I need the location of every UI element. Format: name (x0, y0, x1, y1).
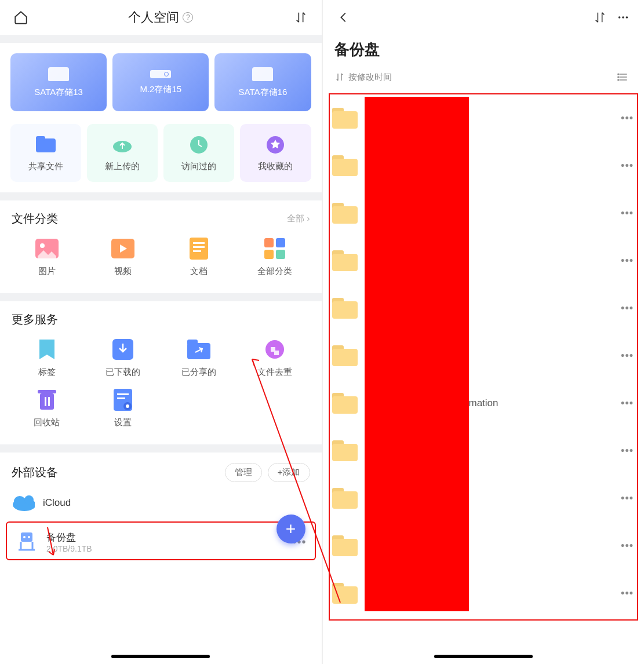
svg-rect-14 (264, 250, 274, 259)
external-devices-head: 外部设备 管理 +添加 (0, 463, 322, 482)
quick-label: 访问过的 (181, 161, 216, 172)
svg-point-31 (24, 495, 34, 505)
home-icon[interactable] (12, 8, 30, 27)
category-label: 全部分类 (257, 266, 292, 277)
page-title: 个人空间 (128, 9, 179, 26)
svg-rect-25 (117, 393, 129, 395)
storage-card-m2-15[interactable]: M.2存储15 (112, 53, 209, 111)
settings-doc-icon (110, 388, 136, 411)
more-dots-icon[interactable]: ••• (621, 492, 634, 505)
storage-row: SATA存储13 M.2存储15 SATA存储16 (0, 43, 322, 118)
svg-rect-9 (193, 242, 205, 244)
see-all-link[interactable]: 全部 › (287, 213, 310, 224)
quick-recent-upload[interactable]: 新上传的 (87, 124, 158, 182)
service-label: 回收站 (34, 417, 60, 428)
svg-point-28 (126, 404, 129, 408)
folder-icon (332, 583, 358, 604)
cloud-upload-icon (111, 134, 134, 155)
more-dots-icon[interactable]: ••• (621, 397, 634, 410)
quick-shared-files[interactable]: 共享文件 (10, 124, 81, 182)
quick-favorites[interactable]: 我收藏的 (240, 124, 311, 182)
star-icon (264, 134, 287, 155)
service-label: 已分享的 (181, 367, 216, 378)
service-tags[interactable]: 标签 (12, 338, 82, 378)
svg-point-37 (622, 16, 624, 19)
storage-label: SATA存储13 (34, 87, 83, 98)
quick-row: 共享文件 新上传的 访问过的 我收藏的 (0, 118, 322, 192)
divider (0, 35, 322, 43)
service-label: 设置 (114, 417, 132, 428)
sort-small-icon (334, 72, 345, 82)
storage-card-sata13[interactable]: SATA存储13 (10, 53, 107, 111)
more-dots-icon[interactable]: ••• (621, 207, 634, 220)
svg-rect-26 (117, 397, 125, 399)
share-folder-icon (186, 338, 212, 361)
divider (0, 293, 322, 301)
dedup-icon (262, 338, 288, 361)
service-recycle-bin[interactable]: 回收站 (12, 388, 82, 428)
svg-point-30 (14, 496, 26, 506)
category-label: 图片 (38, 266, 56, 277)
svg-point-44 (618, 79, 619, 81)
service-dedup[interactable]: 文件去重 (239, 338, 310, 378)
manage-button[interactable]: 管理 (225, 463, 262, 482)
home-indicator (111, 655, 210, 658)
external-icloud[interactable]: iCloud (0, 488, 322, 518)
more-icon[interactable] (614, 8, 632, 27)
quick-recently-visited[interactable]: 访问过的 (163, 124, 234, 182)
nas-device-icon (15, 533, 38, 552)
folder-icon (332, 440, 358, 461)
category-all[interactable]: 全部分类 (239, 237, 310, 277)
svg-rect-20 (40, 393, 54, 410)
redaction-block (365, 97, 469, 611)
trash-icon (34, 388, 60, 411)
help-icon[interactable]: ? (183, 12, 193, 23)
more-dots-icon[interactable]: ••• (621, 302, 634, 315)
category-documents[interactable]: 文档 (163, 237, 234, 277)
video-icon (110, 237, 136, 260)
more-dots-icon[interactable]: ••• (621, 350, 634, 362)
external-backup-disk[interactable]: 备份盘 2.0TB/9.1TB ••• (10, 528, 311, 556)
sort-by-modified[interactable]: 按修改时间 (334, 72, 392, 83)
sort-icon[interactable] (591, 8, 609, 27)
list-view-icon[interactable] (614, 68, 632, 86)
ssd-icon (150, 70, 171, 78)
svg-rect-15 (276, 250, 285, 259)
service-label: 已下载的 (105, 367, 140, 378)
external-label: iCloud (43, 497, 71, 509)
folder-icon (332, 393, 358, 414)
grid-icon (262, 237, 288, 260)
more-dots-icon[interactable]: ••• (621, 445, 634, 457)
quick-label: 共享文件 (28, 161, 63, 172)
back-icon[interactable] (334, 8, 353, 27)
more-dots-icon[interactable]: ••• (621, 588, 634, 600)
download-icon (110, 338, 136, 361)
clock-icon (187, 134, 210, 155)
svg-rect-12 (264, 238, 274, 247)
add-button[interactable]: +添加 (268, 463, 310, 482)
svg-rect-23 (48, 397, 50, 406)
folder-icon (332, 298, 358, 319)
more-dots-icon[interactable]: ••• (621, 255, 634, 267)
section-title: 更多服务 (12, 312, 58, 327)
category-images[interactable]: 图片 (12, 237, 82, 277)
category-label: 文档 (190, 266, 208, 277)
more-dots-icon[interactable]: ••• (621, 160, 634, 172)
sort-icon[interactable] (292, 8, 310, 27)
external-label: 备份盘 (46, 531, 284, 544)
svg-point-34 (28, 536, 30, 538)
more-dots-icon[interactable]: ••• (621, 540, 634, 552)
fab-add-button[interactable]: + (276, 515, 305, 543)
service-downloaded[interactable]: 已下载的 (88, 338, 158, 378)
cloud-icon (12, 494, 35, 512)
svg-rect-32 (21, 532, 32, 542)
service-label: 标签 (38, 367, 56, 378)
storage-card-sata16[interactable]: SATA存储16 (214, 53, 311, 111)
category-videos[interactable]: 视频 (88, 237, 158, 277)
service-shared[interactable]: 已分享的 (163, 338, 234, 378)
svg-rect-8 (190, 238, 208, 260)
more-dots-icon[interactable]: ••• (621, 112, 634, 125)
sort-bar: 按修改时间 (323, 68, 645, 91)
hdd-icon (48, 67, 69, 81)
service-settings[interactable]: 设置 (88, 388, 158, 428)
